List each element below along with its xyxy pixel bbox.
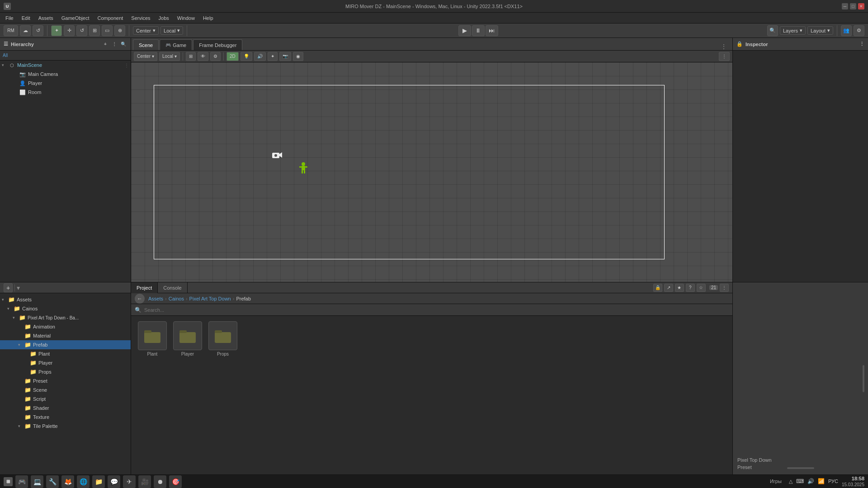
tree-prefab[interactable]: ▾ 📁 Prefab bbox=[0, 340, 131, 349]
lock-btn[interactable]: 🔒 bbox=[653, 284, 662, 292]
tray-volume-icon[interactable]: 🔊 bbox=[807, 478, 814, 484]
center-dropdown-btn[interactable]: Center ▾ bbox=[134, 52, 157, 61]
hierarchy-menu-icon[interactable]: ☰ bbox=[4, 41, 8, 47]
play-button[interactable]: ▶ bbox=[458, 25, 471, 36]
account-btn[interactable]: RM bbox=[4, 25, 18, 36]
refresh-btn[interactable]: ↺ bbox=[33, 25, 43, 36]
taskbar-obs-icon[interactable]: ⏺ bbox=[154, 475, 166, 488]
menu-assets[interactable]: Assets bbox=[35, 14, 57, 22]
tree-script[interactable]: ▸ 📁 Script bbox=[0, 394, 131, 404]
menu-component[interactable]: Component bbox=[94, 14, 127, 22]
cloud-btn[interactable]: ☁ bbox=[20, 25, 31, 36]
tree-item-player[interactable]: ▸ 👤 Player bbox=[0, 79, 131, 88]
player-scene-icon[interactable] bbox=[298, 162, 308, 174]
menu-jobs[interactable]: Jobs bbox=[155, 14, 173, 22]
more-opts-btn[interactable]: ▾ bbox=[17, 284, 20, 291]
minimize-button[interactable]: ─ bbox=[842, 3, 848, 9]
gizmos-btn[interactable]: ◉ bbox=[293, 52, 303, 61]
tree-props[interactable]: ▸ 📁 Props bbox=[0, 367, 131, 376]
tree-material[interactable]: ▸ 📁 Material bbox=[0, 331, 131, 340]
taskbar-discord-icon[interactable]: 💬 bbox=[108, 475, 120, 488]
transform-scale-tool[interactable]: ⊞ bbox=[89, 25, 100, 36]
tree-item-mainscene[interactable]: ▾ ⬡ MainScene ⋮ bbox=[0, 61, 131, 70]
visibility-btn[interactable]: 👁 bbox=[198, 52, 208, 61]
settings-icon[interactable]: ⚙ bbox=[854, 25, 864, 36]
taskbar-game2-icon[interactable]: 🎯 bbox=[169, 475, 182, 488]
tray-up-icon[interactable]: △ bbox=[789, 479, 793, 484]
tree-texture[interactable]: ▸ 📁 Texture bbox=[0, 413, 131, 422]
horizontal-scrollbar[interactable] bbox=[787, 467, 814, 469]
scene-more-btn[interactable]: ⋮ bbox=[719, 52, 730, 61]
transform-rect-tool[interactable]: ▭ bbox=[102, 25, 113, 36]
transform-hand-tool[interactable]: ✦ bbox=[51, 25, 62, 36]
tree-shader[interactable]: ▸ 📁 Shader bbox=[0, 404, 131, 413]
tray-network-icon[interactable]: 📶 bbox=[818, 478, 825, 484]
tree-item-room[interactable]: ▸ ⬜ Room bbox=[0, 88, 131, 97]
transform-rotate-tool[interactable]: ↺ bbox=[76, 25, 87, 36]
collab-icon[interactable]: 👥 bbox=[841, 25, 852, 36]
inspector-more-icon[interactable]: ⋮ bbox=[859, 41, 864, 47]
layout-dropdown[interactable]: Layout ▾ bbox=[807, 26, 833, 35]
tab-console[interactable]: Console bbox=[158, 282, 187, 293]
pause-button[interactable]: ⏸ bbox=[472, 25, 485, 36]
scene-view[interactable]: ✦ ✛ ↺ ⊞ ▭ ⊕ bbox=[131, 62, 732, 282]
transform-combo-tool[interactable]: ⊕ bbox=[114, 25, 125, 36]
panel-more-btn[interactable]: ⋮ bbox=[720, 284, 729, 292]
taskbar-browser-icon[interactable]: 🦊 bbox=[61, 475, 74, 488]
tree-item-main-camera[interactable]: ▸ 📷 Main Camera bbox=[0, 70, 131, 79]
space-local-dropdown[interactable]: Local ▾ bbox=[160, 26, 183, 35]
fx-btn[interactable]: ✦ bbox=[268, 52, 278, 61]
grid-toggle-btn[interactable]: ⊞ bbox=[186, 52, 196, 61]
asset-item-plant[interactable]: Plant bbox=[137, 321, 168, 357]
audio-btn[interactable]: 🔊 bbox=[254, 52, 266, 61]
tree-assets[interactable]: ▾ 📁 Assets bbox=[0, 295, 131, 304]
tab-scene[interactable]: Scene bbox=[133, 39, 159, 50]
taskbar-rider-icon[interactable]: 🔧 bbox=[46, 475, 59, 488]
window-controls[interactable]: ─ □ ✕ bbox=[842, 3, 864, 9]
tab-frame-debugger[interactable]: Frame Debugger bbox=[193, 39, 242, 50]
taskbar-unity-icon[interactable]: 🎮 bbox=[15, 475, 28, 488]
menu-file[interactable]: File bbox=[2, 14, 17, 22]
tree-scene[interactable]: ▸ 📁 Scene bbox=[0, 385, 131, 394]
asset-item-props[interactable]: Props bbox=[207, 321, 239, 357]
taskbar-telegram-icon[interactable]: ✈ bbox=[123, 475, 136, 488]
taskbar-vs-icon[interactable]: 💻 bbox=[31, 475, 43, 488]
menu-window[interactable]: Window bbox=[174, 14, 198, 22]
inspector-lock-icon[interactable]: 🔒 bbox=[736, 41, 743, 47]
hierarchy-search-btn[interactable]: 🔍 bbox=[120, 41, 127, 48]
star2-btn[interactable]: ☆ bbox=[697, 284, 706, 292]
mainscene-options[interactable]: ⋮ bbox=[124, 63, 129, 68]
tab-project[interactable]: Project bbox=[131, 282, 158, 293]
add-folder-btn[interactable]: + bbox=[4, 283, 13, 292]
tree-preset[interactable]: ▸ 📁 Preset bbox=[0, 376, 131, 385]
layers-dropdown[interactable]: Layers ▾ bbox=[780, 26, 806, 35]
hierarchy-add-btn[interactable]: + bbox=[102, 41, 109, 48]
tree-animation[interactable]: ▸ 📁 Animation bbox=[0, 322, 131, 331]
breadcrumb-pixel-art[interactable]: Pixel Art Top Down bbox=[189, 296, 231, 301]
breadcrumb-assets[interactable]: Assets bbox=[148, 296, 163, 301]
tree-tile-palette[interactable]: ▾ 📁 Tile Palette bbox=[0, 422, 131, 431]
2d-toggle-btn[interactable]: 2D bbox=[226, 52, 239, 61]
step-button[interactable]: ⏭ bbox=[486, 25, 498, 36]
scene-cam-btn[interactable]: 📷 bbox=[279, 52, 291, 61]
expose-btn[interactable]: ↗ bbox=[664, 284, 673, 292]
taskbar-chrome-icon[interactable]: 🌐 bbox=[77, 475, 90, 488]
hierarchy-more-btn[interactable]: ⋮ bbox=[111, 41, 118, 48]
camera-scene-icon[interactable] bbox=[271, 150, 282, 162]
close-button[interactable]: ✕ bbox=[858, 3, 864, 9]
pivot-center-dropdown[interactable]: Center ▾ bbox=[133, 26, 159, 35]
scene-more-icon[interactable]: ⋮ bbox=[721, 43, 727, 50]
back-button[interactable]: ← bbox=[135, 294, 145, 304]
menu-gameobject[interactable]: GameObject bbox=[58, 14, 93, 22]
lighting-btn[interactable]: 💡 bbox=[241, 52, 252, 61]
tree-cainos[interactable]: ▾ 📁 Cainos bbox=[0, 304, 131, 313]
taskbar-zoom-icon[interactable]: 🎥 bbox=[138, 475, 151, 488]
tree-plant[interactable]: ▸ 📁 Plant bbox=[0, 349, 131, 358]
tree-player-sub[interactable]: ▸ 📁 Player bbox=[0, 358, 131, 367]
start-button[interactable]: ⊞ bbox=[4, 477, 13, 486]
asset-item-player[interactable]: Player bbox=[172, 321, 203, 357]
all-filter-label[interactable]: All bbox=[3, 53, 8, 58]
local-dropdown-btn[interactable]: Local ▾ bbox=[159, 52, 180, 61]
transform-move-tool[interactable]: ✛ bbox=[64, 25, 75, 36]
grid-settings-btn[interactable]: ⚙ bbox=[210, 52, 221, 61]
